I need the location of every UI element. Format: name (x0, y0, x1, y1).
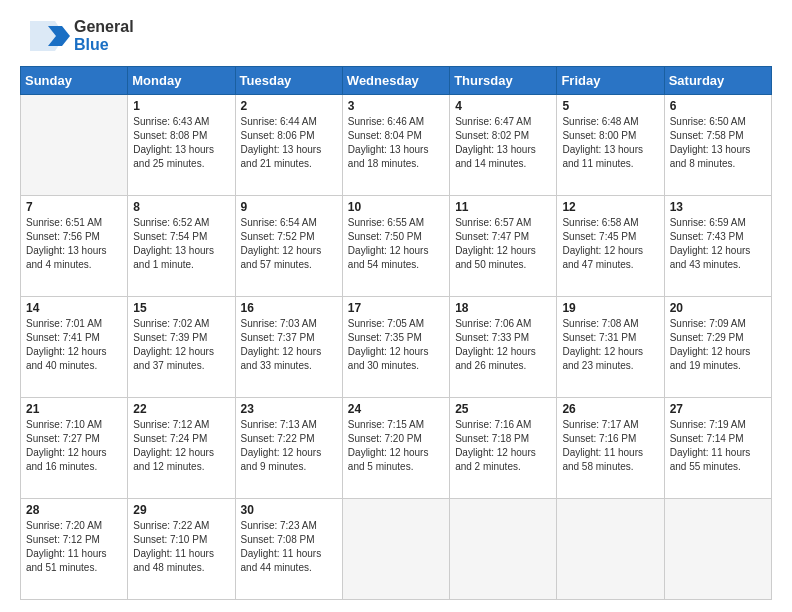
calendar-week-row: 7Sunrise: 6:51 AMSunset: 7:56 PMDaylight… (21, 196, 772, 297)
day-info: Sunrise: 7:22 AMSunset: 7:10 PMDaylight:… (133, 519, 229, 575)
day-number: 9 (241, 200, 337, 214)
calendar-cell: 1Sunrise: 6:43 AMSunset: 8:08 PMDaylight… (128, 95, 235, 196)
day-info: Sunrise: 6:46 AMSunset: 8:04 PMDaylight:… (348, 115, 444, 171)
day-number: 18 (455, 301, 551, 315)
weekday-header: Wednesday (342, 67, 449, 95)
weekday-header: Thursday (450, 67, 557, 95)
calendar-cell: 2Sunrise: 6:44 AMSunset: 8:06 PMDaylight… (235, 95, 342, 196)
day-number: 28 (26, 503, 122, 517)
logo-text: GeneralBlue (74, 18, 134, 53)
day-info: Sunrise: 6:58 AMSunset: 7:45 PMDaylight:… (562, 216, 658, 272)
day-info: Sunrise: 6:59 AMSunset: 7:43 PMDaylight:… (670, 216, 766, 272)
calendar-cell: 30Sunrise: 7:23 AMSunset: 7:08 PMDayligh… (235, 499, 342, 600)
day-info: Sunrise: 7:09 AMSunset: 7:29 PMDaylight:… (670, 317, 766, 373)
day-number: 8 (133, 200, 229, 214)
day-number: 29 (133, 503, 229, 517)
calendar-cell: 11Sunrise: 6:57 AMSunset: 7:47 PMDayligh… (450, 196, 557, 297)
calendar-week-row: 21Sunrise: 7:10 AMSunset: 7:27 PMDayligh… (21, 398, 772, 499)
calendar-cell: 10Sunrise: 6:55 AMSunset: 7:50 PMDayligh… (342, 196, 449, 297)
day-info: Sunrise: 6:51 AMSunset: 7:56 PMDaylight:… (26, 216, 122, 272)
calendar-cell: 25Sunrise: 7:16 AMSunset: 7:18 PMDayligh… (450, 398, 557, 499)
day-info: Sunrise: 7:23 AMSunset: 7:08 PMDaylight:… (241, 519, 337, 575)
day-info: Sunrise: 7:13 AMSunset: 7:22 PMDaylight:… (241, 418, 337, 474)
calendar-cell (557, 499, 664, 600)
calendar-cell: 4Sunrise: 6:47 AMSunset: 8:02 PMDaylight… (450, 95, 557, 196)
calendar-week-row: 28Sunrise: 7:20 AMSunset: 7:12 PMDayligh… (21, 499, 772, 600)
calendar-cell: 24Sunrise: 7:15 AMSunset: 7:20 PMDayligh… (342, 398, 449, 499)
day-number: 16 (241, 301, 337, 315)
day-info: Sunrise: 7:12 AMSunset: 7:24 PMDaylight:… (133, 418, 229, 474)
day-info: Sunrise: 7:06 AMSunset: 7:33 PMDaylight:… (455, 317, 551, 373)
logo-blue: Blue (74, 36, 134, 54)
weekday-header: Sunday (21, 67, 128, 95)
page: GeneralBlue SundayMondayTuesdayWednesday… (0, 0, 792, 612)
calendar-cell: 7Sunrise: 6:51 AMSunset: 7:56 PMDaylight… (21, 196, 128, 297)
calendar-cell: 14Sunrise: 7:01 AMSunset: 7:41 PMDayligh… (21, 297, 128, 398)
calendar-cell (664, 499, 771, 600)
weekday-header: Friday (557, 67, 664, 95)
day-number: 3 (348, 99, 444, 113)
day-info: Sunrise: 6:47 AMSunset: 8:02 PMDaylight:… (455, 115, 551, 171)
weekday-header: Monday (128, 67, 235, 95)
day-info: Sunrise: 6:52 AMSunset: 7:54 PMDaylight:… (133, 216, 229, 272)
day-number: 13 (670, 200, 766, 214)
day-info: Sunrise: 7:17 AMSunset: 7:16 PMDaylight:… (562, 418, 658, 474)
day-number: 26 (562, 402, 658, 416)
calendar-cell: 21Sunrise: 7:10 AMSunset: 7:27 PMDayligh… (21, 398, 128, 499)
day-info: Sunrise: 7:16 AMSunset: 7:18 PMDaylight:… (455, 418, 551, 474)
day-number: 1 (133, 99, 229, 113)
day-number: 20 (670, 301, 766, 315)
day-info: Sunrise: 6:57 AMSunset: 7:47 PMDaylight:… (455, 216, 551, 272)
calendar-week-row: 14Sunrise: 7:01 AMSunset: 7:41 PMDayligh… (21, 297, 772, 398)
day-info: Sunrise: 6:43 AMSunset: 8:08 PMDaylight:… (133, 115, 229, 171)
day-number: 5 (562, 99, 658, 113)
calendar-cell: 8Sunrise: 6:52 AMSunset: 7:54 PMDaylight… (128, 196, 235, 297)
day-number: 25 (455, 402, 551, 416)
day-number: 19 (562, 301, 658, 315)
calendar-table: SundayMondayTuesdayWednesdayThursdayFrid… (20, 66, 772, 600)
calendar-header-row: SundayMondayTuesdayWednesdayThursdayFrid… (21, 67, 772, 95)
calendar-cell: 22Sunrise: 7:12 AMSunset: 7:24 PMDayligh… (128, 398, 235, 499)
weekday-header: Tuesday (235, 67, 342, 95)
calendar-cell: 19Sunrise: 7:08 AMSunset: 7:31 PMDayligh… (557, 297, 664, 398)
calendar-cell: 9Sunrise: 6:54 AMSunset: 7:52 PMDaylight… (235, 196, 342, 297)
day-info: Sunrise: 6:54 AMSunset: 7:52 PMDaylight:… (241, 216, 337, 272)
day-number: 14 (26, 301, 122, 315)
day-info: Sunrise: 7:20 AMSunset: 7:12 PMDaylight:… (26, 519, 122, 575)
calendar-cell: 27Sunrise: 7:19 AMSunset: 7:14 PMDayligh… (664, 398, 771, 499)
calendar-cell: 15Sunrise: 7:02 AMSunset: 7:39 PMDayligh… (128, 297, 235, 398)
calendar-cell: 12Sunrise: 6:58 AMSunset: 7:45 PMDayligh… (557, 196, 664, 297)
day-info: Sunrise: 7:05 AMSunset: 7:35 PMDaylight:… (348, 317, 444, 373)
day-number: 10 (348, 200, 444, 214)
day-info: Sunrise: 7:08 AMSunset: 7:31 PMDaylight:… (562, 317, 658, 373)
day-info: Sunrise: 7:01 AMSunset: 7:41 PMDaylight:… (26, 317, 122, 373)
day-number: 11 (455, 200, 551, 214)
day-number: 2 (241, 99, 337, 113)
day-info: Sunrise: 7:02 AMSunset: 7:39 PMDaylight:… (133, 317, 229, 373)
calendar-cell: 3Sunrise: 6:46 AMSunset: 8:04 PMDaylight… (342, 95, 449, 196)
logo-icon (20, 16, 70, 56)
weekday-header: Saturday (664, 67, 771, 95)
day-info: Sunrise: 7:10 AMSunset: 7:27 PMDaylight:… (26, 418, 122, 474)
day-number: 23 (241, 402, 337, 416)
day-number: 7 (26, 200, 122, 214)
day-info: Sunrise: 7:19 AMSunset: 7:14 PMDaylight:… (670, 418, 766, 474)
day-number: 24 (348, 402, 444, 416)
day-number: 27 (670, 402, 766, 416)
calendar-cell: 6Sunrise: 6:50 AMSunset: 7:58 PMDaylight… (664, 95, 771, 196)
day-info: Sunrise: 7:15 AMSunset: 7:20 PMDaylight:… (348, 418, 444, 474)
logo-general: General (74, 18, 134, 36)
calendar-cell: 5Sunrise: 6:48 AMSunset: 8:00 PMDaylight… (557, 95, 664, 196)
calendar-cell (342, 499, 449, 600)
calendar-cell: 20Sunrise: 7:09 AMSunset: 7:29 PMDayligh… (664, 297, 771, 398)
calendar-cell: 23Sunrise: 7:13 AMSunset: 7:22 PMDayligh… (235, 398, 342, 499)
day-number: 30 (241, 503, 337, 517)
day-number: 6 (670, 99, 766, 113)
calendar-cell: 29Sunrise: 7:22 AMSunset: 7:10 PMDayligh… (128, 499, 235, 600)
day-number: 21 (26, 402, 122, 416)
calendar-cell (450, 499, 557, 600)
day-number: 12 (562, 200, 658, 214)
calendar-cell (21, 95, 128, 196)
calendar-week-row: 1Sunrise: 6:43 AMSunset: 8:08 PMDaylight… (21, 95, 772, 196)
day-info: Sunrise: 6:50 AMSunset: 7:58 PMDaylight:… (670, 115, 766, 171)
